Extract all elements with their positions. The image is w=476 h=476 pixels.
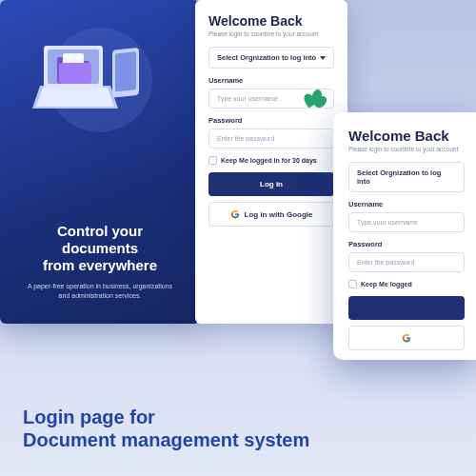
svg-rect-10 [115, 51, 136, 91]
password-label-mobile: Password [348, 240, 465, 248]
remember-label: Keep Me logged in for 30 days [221, 157, 317, 164]
checkbox-icon-mobile [348, 280, 357, 288]
login-card-mobile: Welcome Back Please login to countine to… [333, 112, 476, 360]
google-login-label: Log in with Google [245, 210, 313, 219]
google-login-button[interactable]: Log in with Google [208, 202, 334, 227]
remember-checkbox[interactable]: Keep Me logged in for 30 days [208, 156, 334, 165]
remember-label-mobile: Keep Me logged [361, 281, 412, 288]
svg-marker-2 [36, 88, 114, 107]
organization-select-label-mobile: Select Orgnization to log into [357, 169, 456, 186]
login-button[interactable]: Log in [208, 172, 334, 196]
documents-illustration [29, 25, 171, 139]
chevron-down-icon [320, 56, 326, 60]
organization-select-label: Select Orgnization to log into [217, 53, 316, 62]
password-input[interactable] [208, 129, 334, 149]
welcome-heading-mobile: Welcome Back [348, 128, 465, 144]
hero-title-line1: Control your documents [57, 223, 143, 256]
svg-rect-8 [59, 63, 91, 84]
hero-subtitle: A paper-free operation in business, orga… [19, 282, 181, 307]
hero-title: Control your documents from everywhere [19, 223, 181, 274]
login-button-mobile[interactable] [348, 296, 465, 320]
page-title-line1: Login page for [23, 407, 155, 427]
hero-panel: Control your documents from everywhere A… [0, 0, 200, 324]
page-title-line2: Document management system [23, 429, 309, 450]
organization-select-mobile[interactable]: Select Orgnization to log into [348, 162, 465, 192]
google-icon [230, 209, 240, 219]
remember-checkbox-mobile[interactable]: Keep Me logged [348, 280, 465, 288]
username-input-mobile[interactable] [348, 212, 465, 232]
password-input-mobile[interactable] [348, 252, 465, 272]
welcome-subtitle: Please login to countine to your account [208, 30, 334, 37]
checkbox-icon [208, 156, 217, 165]
page-title: Login page for Document management syste… [23, 406, 309, 451]
plant-decoration [305, 89, 326, 118]
welcome-subtitle-mobile: Please login to countine to your account [348, 146, 465, 152]
hero-title-line2: from everywhere [43, 257, 157, 273]
google-icon-mobile [402, 333, 411, 343]
username-label: Username [208, 76, 334, 85]
login-card-desktop: Welcome Back Please login to countine to… [195, 0, 347, 324]
welcome-heading: Welcome Back [208, 13, 334, 29]
username-label-mobile: Username [348, 200, 465, 208]
google-login-button-mobile[interactable] [348, 326, 465, 350]
organization-select[interactable]: Select Orgnization to log into [208, 47, 334, 69]
